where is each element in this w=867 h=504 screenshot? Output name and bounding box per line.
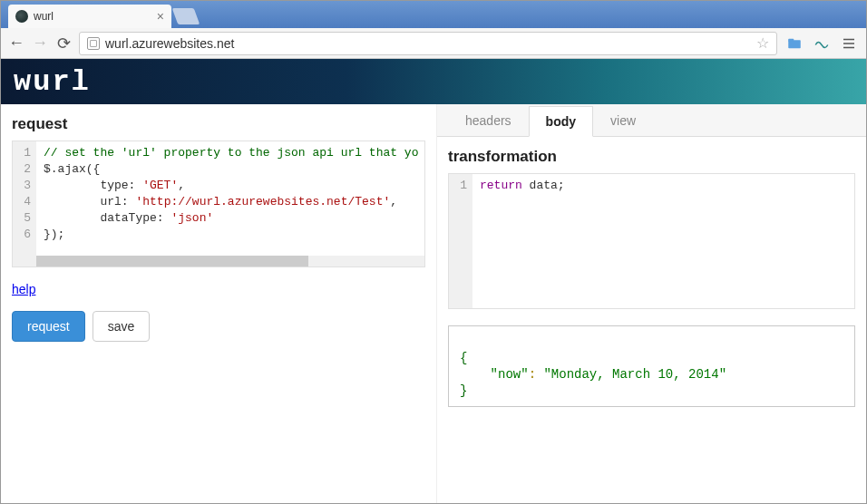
- request-title: request: [12, 115, 425, 133]
- svg-rect-1: [788, 38, 794, 41]
- line-gutter: 123456: [13, 141, 36, 267]
- request-button[interactable]: request: [12, 311, 85, 342]
- json-key: "now": [491, 367, 529, 382]
- request-pane: request 123456 // set the 'url' property…: [1, 104, 436, 504]
- request-editor[interactable]: 123456 // set the 'url' property to the …: [12, 141, 425, 267]
- back-button[interactable]: ←: [8, 35, 24, 52]
- bookmark-star-icon[interactable]: ☆: [756, 34, 769, 52]
- favicon-icon: [15, 10, 28, 23]
- response-pane: headers body view transformation 1 retur…: [436, 104, 866, 504]
- response-tabs: headers body view: [437, 104, 866, 137]
- transformation-editor[interactable]: 1 return data;: [448, 173, 855, 309]
- forward-button[interactable]: →: [32, 35, 48, 52]
- json-value: "Monday, March 10, 2014": [543, 367, 726, 382]
- tab-view[interactable]: view: [593, 105, 653, 136]
- menu-icon[interactable]: [839, 34, 859, 53]
- page-icon: [87, 37, 100, 50]
- code-area[interactable]: // set the 'url' property to the json ap…: [36, 141, 425, 267]
- main-content: request 123456 // set the 'url' property…: [1, 104, 866, 504]
- help-link[interactable]: help: [12, 282, 35, 296]
- json-colon: :: [529, 367, 544, 382]
- save-button[interactable]: save: [93, 311, 151, 342]
- transformation-title: transformation: [448, 148, 855, 166]
- app-logo: wurl: [14, 65, 91, 99]
- json-brace: }: [460, 383, 467, 398]
- browser-toolbar: ← → ⟳ wurl.azurewebsites.net ☆: [1, 28, 866, 59]
- button-row: request save: [12, 311, 425, 342]
- tab-headers[interactable]: headers: [448, 105, 529, 136]
- new-tab-button[interactable]: [172, 8, 200, 24]
- browser-tab[interactable]: wurl ×: [8, 5, 171, 28]
- address-bar[interactable]: wurl.azurewebsites.net ☆: [79, 32, 777, 55]
- tab-title: wurl: [34, 10, 54, 23]
- browser-tab-strip: wurl ×: [1, 1, 866, 28]
- response-output: { "now": "Monday, March 10, 2014" }: [448, 325, 855, 407]
- url-text: wurl.azurewebsites.net: [105, 36, 751, 51]
- horizontal-scrollbar[interactable]: [36, 256, 424, 267]
- tab-body[interactable]: body: [529, 106, 593, 137]
- code-area[interactable]: return data;: [472, 174, 854, 308]
- reload-button[interactable]: ⟳: [55, 35, 72, 52]
- folder-icon[interactable]: [784, 34, 804, 53]
- wave-icon[interactable]: [812, 34, 832, 53]
- scroll-thumb[interactable]: [36, 256, 308, 267]
- json-brace: {: [460, 351, 467, 365]
- line-gutter: 1: [449, 174, 472, 308]
- close-icon[interactable]: ×: [157, 9, 164, 24]
- app-header: wurl: [1, 59, 866, 104]
